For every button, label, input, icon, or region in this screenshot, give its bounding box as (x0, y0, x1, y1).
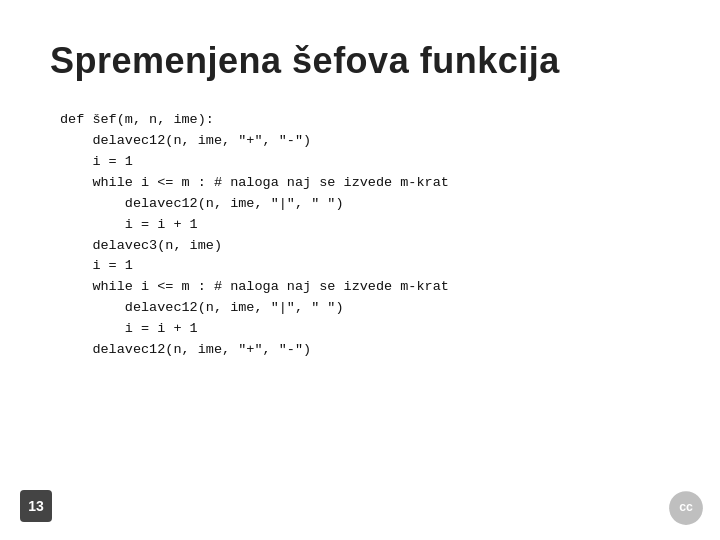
code-block: def šef(m, n, ime): delavec12(n, ime, "+… (50, 110, 670, 361)
slide-title: Spremenjena šefova funkcija (50, 40, 670, 82)
slide: Spremenjena šefova funkcija def šef(m, n… (0, 0, 720, 540)
svg-text:cc: cc (679, 500, 693, 514)
cc-license-icon: cc (668, 490, 704, 526)
slide-number: 13 (20, 490, 52, 522)
